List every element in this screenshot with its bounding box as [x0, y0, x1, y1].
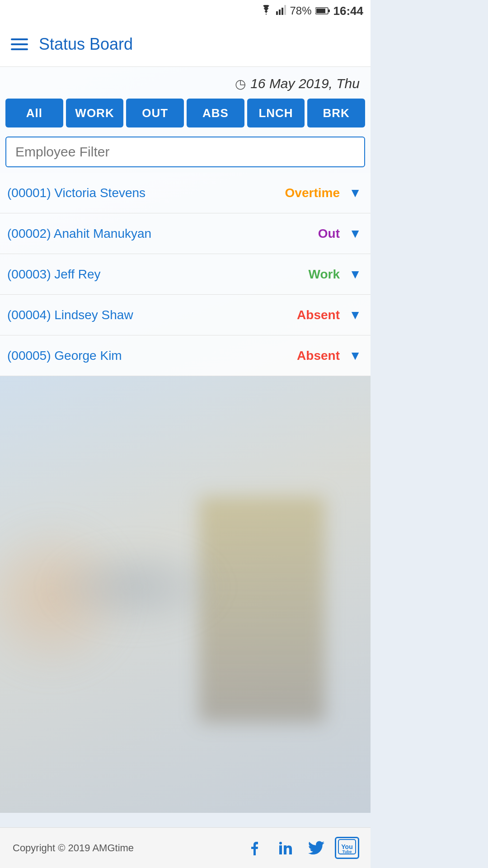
header: Status Board — [0, 22, 371, 67]
chevron-down-icon[interactable]: ▼ — [347, 267, 363, 282]
date-display: 16 May 2019, Thu — [250, 76, 360, 91]
employee-status: Overtime — [277, 186, 340, 200]
facebook-icon[interactable] — [244, 837, 266, 859]
svg-rect-1 — [279, 9, 281, 15]
filter-btn-lnch[interactable]: LNCH — [247, 99, 305, 127]
employee-name: (00002) Anahit Manukyan — [7, 226, 277, 241]
signal-icon — [276, 4, 286, 18]
svg-rect-5 — [328, 9, 330, 12]
filter-btn-work[interactable]: WORK — [66, 99, 124, 127]
svg-point-8 — [279, 842, 282, 844]
employee-name: (00001) Victoria Stevens — [7, 186, 277, 200]
youtube-icon[interactable]: YouTube — [336, 837, 358, 859]
menu-button[interactable] — [11, 38, 28, 50]
date-row: ◷ 16 May 2019, Thu — [0, 67, 371, 99]
employee-name: (00003) Jeff Rey — [7, 267, 277, 282]
svg-rect-3 — [284, 5, 286, 15]
chevron-down-icon[interactable]: ▼ — [347, 308, 363, 322]
employee-status: Absent — [277, 349, 340, 363]
search-row — [0, 133, 371, 173]
employee-row[interactable]: (00005) George KimAbsent▼ — [0, 335, 371, 376]
employee-list: (00001) Victoria StevensOvertime▼(00002)… — [0, 173, 371, 376]
employee-status: Work — [277, 267, 340, 282]
social-links: YouTube — [244, 837, 358, 859]
employee-row[interactable]: (00004) Lindsey ShawAbsent▼ — [0, 295, 371, 335]
svg-rect-7 — [279, 845, 282, 854]
page-title: Status Board — [39, 35, 133, 54]
search-input[interactable] — [5, 137, 365, 167]
battery-text: 78% — [290, 5, 311, 17]
employee-row[interactable]: (00002) Anahit ManukyanOut▼ — [0, 213, 371, 254]
battery-icon — [315, 4, 330, 18]
filter-btn-out[interactable]: OUT — [126, 99, 184, 127]
employee-row[interactable]: (00003) Jeff ReyWork▼ — [0, 254, 371, 295]
clock-icon: ◷ — [235, 76, 246, 91]
chevron-down-icon[interactable]: ▼ — [347, 186, 363, 200]
footer: Copyright © 2019 AMGtime YouTube — [0, 827, 371, 868]
main-content: ◷ 16 May 2019, Thu AllWORKOUTABSLNCHBRK … — [0, 67, 371, 813]
status-bar: 78% 16:44 — [0, 0, 371, 22]
chevron-down-icon[interactable]: ▼ — [347, 349, 363, 363]
employee-status: Out — [277, 226, 340, 241]
time-display: 16:44 — [333, 4, 364, 18]
chevron-down-icon[interactable]: ▼ — [347, 226, 363, 241]
linkedin-icon[interactable] — [275, 837, 296, 859]
footer-copyright: Copyright © 2019 AMGtime — [13, 842, 134, 854]
employee-name: (00004) Lindsey Shaw — [7, 308, 277, 322]
employee-name: (00005) George Kim — [7, 349, 277, 363]
twitter-icon[interactable] — [305, 837, 327, 859]
employee-row[interactable]: (00001) Victoria StevensOvertime▼ — [0, 173, 371, 213]
filter-btn-brk[interactable]: BRK — [307, 99, 365, 127]
svg-rect-6 — [316, 9, 325, 13]
filter-btn-abs[interactable]: ABS — [187, 99, 244, 127]
employee-status: Absent — [277, 308, 340, 322]
svg-rect-2 — [282, 8, 283, 15]
svg-rect-0 — [276, 11, 278, 15]
filter-btn-all[interactable]: All — [5, 99, 63, 127]
svg-text:Tube: Tube — [343, 849, 352, 854]
wifi-icon — [260, 4, 272, 18]
background-area — [0, 376, 371, 693]
filter-buttons-row: AllWORKOUTABSLNCHBRK — [0, 99, 371, 133]
